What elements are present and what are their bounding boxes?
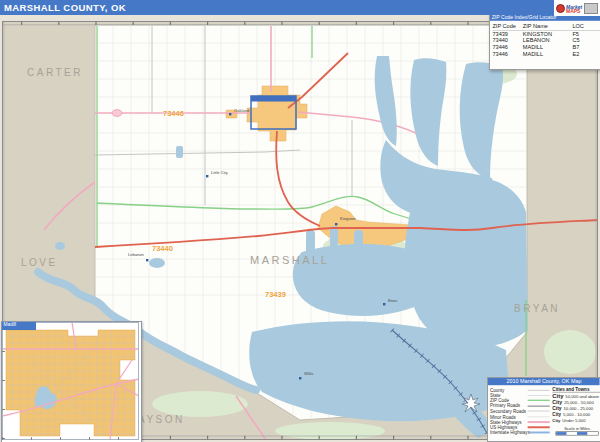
- legend-label: County: [490, 388, 504, 393]
- county-label-bryan: BRYAN: [514, 303, 560, 314]
- town-label-lebanon: Lebanon: [128, 253, 144, 257]
- marshall-county-map-page: { "header": { "title": "MARSHALL COUNTY,…: [0, 0, 600, 442]
- zip-row: 73446 MADILL E2: [492, 51, 600, 58]
- inset-title-chip: Madill: [2, 322, 36, 330]
- town-label-willis: Willis: [304, 372, 314, 376]
- legend-label: Minor Roads: [490, 414, 516, 419]
- legend-swatch: [528, 405, 550, 406]
- legend-label: Interstate Highways: [490, 430, 530, 435]
- scale-label: Scale in Miles: [552, 426, 600, 431]
- legend-swatch: [528, 390, 550, 391]
- secondary-logo: [584, 3, 598, 14]
- zip-label-73446: 73446: [163, 109, 184, 118]
- legend-label: Primary Roads: [490, 404, 520, 409]
- legend-swatch: [530, 432, 550, 434]
- zip-row: 73439 KINGSTON F5: [492, 30, 600, 37]
- zip-code-cell: 73446: [492, 51, 522, 58]
- map-title-bar: MARSHALL COUNTY, OK: [0, 0, 556, 15]
- legend-label: ZIP Code: [490, 398, 509, 403]
- town-label-enos: Enos: [388, 299, 397, 303]
- legend-title: 2010 Marshall County, OK Map: [488, 378, 600, 385]
- zip-name-cell: MADILL: [523, 51, 573, 58]
- inset-title: Madill: [2, 322, 29, 327]
- zip-loc-cell: E2: [572, 51, 591, 58]
- logo-brand-bottom: MAPS: [566, 9, 582, 13]
- madill-inset-map: Madill: [1, 321, 142, 442]
- city-sample: City: [552, 406, 561, 412]
- zip-code-cell: 73440: [492, 37, 522, 44]
- col-zip-name: ZIP Name: [523, 23, 573, 30]
- zip-code-cell: 73446: [492, 44, 522, 51]
- legend-line-column: County State ZIP Code Primary Roads Seco…: [490, 387, 550, 435]
- city-range: 10,000 - 25,000: [564, 406, 594, 411]
- legend-swatch: [528, 411, 550, 412]
- logo-globe-icon: [556, 4, 565, 13]
- legend-label: State: [490, 393, 501, 398]
- city-range: 25,000 - 50,000: [564, 400, 594, 405]
- city-sample: City: [552, 399, 562, 405]
- publisher-logo: Market MAPS: [554, 0, 600, 16]
- legend-swatch: [528, 421, 550, 423]
- legend-cities-column: Cities and Towns City 50,000 and above C…: [550, 387, 600, 435]
- zip-code-cell: 73439: [492, 30, 522, 37]
- legend-swatch: [528, 395, 550, 396]
- town-label-little-city: Little City: [211, 171, 228, 175]
- zip-row: 73446 MADILL B7: [492, 44, 600, 51]
- cities-header: Cities and Towns: [552, 387, 600, 392]
- city-sample: City: [552, 412, 561, 417]
- town-label-kingston: Kingston: [340, 217, 356, 221]
- city-range: 50,000 and above: [565, 394, 599, 399]
- zip-index-table: ZIP Code Index/Grid Locator ZIP Code ZIP…: [489, 13, 600, 70]
- scale-bar-box: Scale in Miles: [552, 426, 600, 435]
- zip-loc-cell: B7: [572, 44, 591, 51]
- zip-index-header-row: ZIP Code ZIP Name LOC: [492, 23, 600, 31]
- legend-swatch: [528, 400, 550, 401]
- inset-canvas: [2, 322, 139, 440]
- zip-name-cell: KINGSTON: [523, 30, 573, 37]
- zip-label-73440: 73440: [152, 244, 173, 253]
- county-label-love: LOVE: [21, 257, 58, 268]
- col-loc: LOC: [572, 23, 591, 30]
- zip-row: 73440 LEBANON C5: [492, 37, 600, 44]
- zip-loc-cell: C5: [572, 37, 591, 44]
- legend-label: US Highways: [490, 425, 517, 430]
- map-legend: 2010 Marshall County, OK Map County Stat…: [487, 377, 600, 442]
- legend-row: Interstate Highways: [490, 430, 550, 435]
- city-sample: City: [552, 418, 560, 423]
- zip-label-73439: 73439: [265, 290, 286, 299]
- col-zip-code: ZIP Code: [492, 23, 522, 30]
- city-range: 5,000 - 10,000: [563, 412, 590, 417]
- highway-marker-oval: [112, 110, 122, 117]
- map-title: MARSHALL COUNTY, OK: [0, 0, 556, 13]
- city-class-row: City Under 5,000: [552, 418, 600, 424]
- legend-label: State Highways: [490, 420, 522, 425]
- scale-bar: [556, 431, 599, 435]
- county-label-marshall: MARSHALL: [250, 254, 329, 266]
- legend-swatch: [528, 416, 550, 417]
- legend-swatch: [528, 426, 550, 428]
- city-range: Under 5,000: [562, 418, 585, 423]
- zip-name-cell: LEBANON: [523, 37, 573, 44]
- town-label-oakland: Oakland: [234, 109, 249, 113]
- legend-label: Secondary Roads: [490, 409, 526, 414]
- county-label-carter: CARTER: [27, 67, 83, 78]
- zip-name-cell: MADILL: [523, 44, 573, 51]
- zip-loc-cell: F5: [572, 30, 591, 37]
